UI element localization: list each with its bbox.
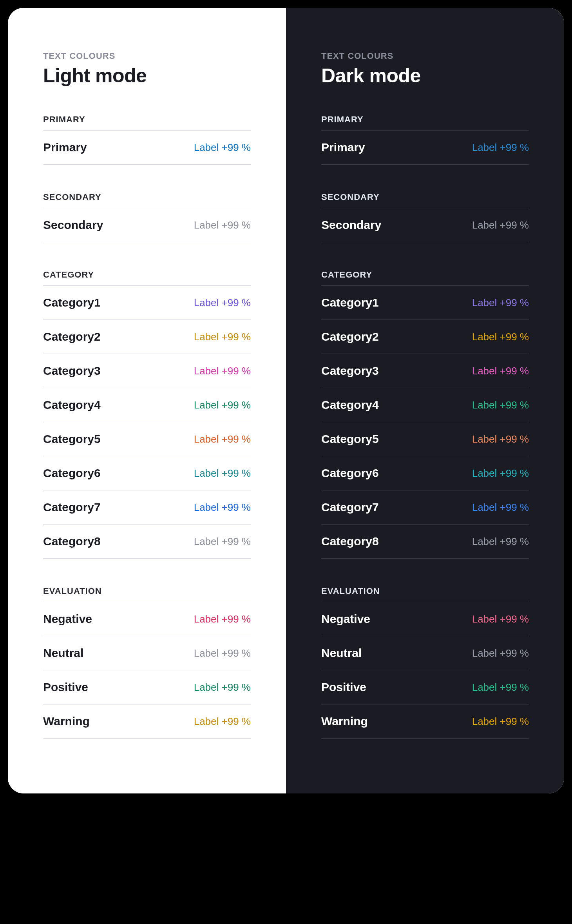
row-name: Negative (43, 612, 92, 626)
row-label: Label +99 % (472, 433, 529, 445)
row-label: Label +99 % (472, 142, 529, 154)
row-name: Primary (321, 141, 365, 154)
row-primary: Primary Label +99 % (321, 131, 529, 165)
light-mode-panel: TEXT COLOURS Light mode PRIMARY Primary … (8, 8, 286, 793)
row-name: Category8 (321, 535, 379, 548)
section-evaluation-dark: EVALUATION NegativeLabel +99 % NeutralLa… (321, 586, 529, 739)
section-title: PRIMARY (43, 114, 251, 131)
section-secondary-dark: SECONDARY Secondary Label +99 % (321, 192, 529, 242)
row-label: Label +99 % (194, 681, 251, 693)
row-label: Label +99 % (194, 433, 251, 445)
row-category4: Category4Label +99 % (43, 388, 251, 422)
row-secondary: Secondary Label +99 % (321, 208, 529, 242)
eyebrow-light: TEXT COLOURS (43, 51, 251, 61)
row-name: Warning (43, 715, 90, 728)
section-category-dark: CATEGORY Category1Label +99 % Category2L… (321, 270, 529, 559)
section-title: PRIMARY (321, 114, 529, 131)
row-category6: Category6Label +99 % (321, 456, 529, 490)
row-name: Category3 (43, 364, 101, 378)
eyebrow-dark: TEXT COLOURS (321, 51, 529, 61)
section-title: SECONDARY (321, 192, 529, 208)
row-label: Label +99 % (472, 715, 529, 728)
row-name: Category8 (43, 535, 101, 548)
row-name: Warning (321, 715, 368, 728)
row-name: Category6 (43, 467, 101, 480)
row-neutral: NeutralLabel +99 % (321, 636, 529, 670)
row-negative: NegativeLabel +99 % (43, 602, 251, 636)
row-category6: Category6Label +99 % (43, 456, 251, 490)
row-label: Label +99 % (472, 331, 529, 343)
row-label: Label +99 % (194, 613, 251, 625)
row-label: Label +99 % (472, 399, 529, 411)
row-category7: Category7Label +99 % (321, 490, 529, 525)
row-name: Category5 (43, 432, 101, 446)
section-secondary-light: SECONDARY Secondary Label +99 % (43, 192, 251, 242)
row-name: Category7 (43, 501, 101, 514)
row-label: Label +99 % (194, 399, 251, 411)
row-name: Category6 (321, 467, 379, 480)
row-category2: Category2Label +99 % (43, 320, 251, 354)
section-title: EVALUATION (321, 586, 529, 602)
row-name: Secondary (43, 218, 103, 232)
row-name: Category2 (43, 330, 101, 343)
row-label: Label +99 % (194, 331, 251, 343)
row-primary: Primary Label +99 % (43, 131, 251, 165)
row-secondary: Secondary Label +99 % (43, 208, 251, 242)
row-name: Neutral (321, 646, 362, 660)
row-name: Negative (321, 612, 370, 626)
title-dark: Dark mode (321, 64, 529, 87)
row-category8: Category8Label +99 % (321, 525, 529, 559)
row-name: Primary (43, 141, 87, 154)
row-label: Label +99 % (194, 297, 251, 309)
row-category1: Category1Label +99 % (43, 286, 251, 320)
row-label: Label +99 % (472, 647, 529, 659)
section-primary-light: PRIMARY Primary Label +99 % (43, 114, 251, 165)
section-primary-dark: PRIMARY Primary Label +99 % (321, 114, 529, 165)
row-label: Label +99 % (194, 536, 251, 548)
row-name: Positive (321, 681, 366, 694)
row-label: Label +99 % (472, 501, 529, 514)
row-label: Label +99 % (472, 365, 529, 377)
row-category5: Category5Label +99 % (43, 422, 251, 456)
row-label: Label +99 % (194, 715, 251, 728)
row-label: Label +99 % (472, 297, 529, 309)
dark-mode-panel: TEXT COLOURS Dark mode PRIMARY Primary L… (286, 8, 564, 793)
row-warning: WarningLabel +99 % (43, 704, 251, 739)
row-name: Neutral (43, 646, 83, 660)
row-label: Label +99 % (194, 142, 251, 154)
row-category7: Category7Label +99 % (43, 490, 251, 525)
row-warning: WarningLabel +99 % (321, 704, 529, 739)
section-evaluation-light: EVALUATION NegativeLabel +99 % NeutralLa… (43, 586, 251, 739)
section-title: CATEGORY (321, 270, 529, 286)
row-label: Label +99 % (194, 467, 251, 479)
row-label: Label +99 % (194, 219, 251, 231)
row-negative: NegativeLabel +99 % (321, 602, 529, 636)
row-category3: Category3Label +99 % (43, 354, 251, 388)
row-category4: Category4Label +99 % (321, 388, 529, 422)
section-title: SECONDARY (43, 192, 251, 208)
row-name: Secondary (321, 218, 381, 232)
row-name: Category4 (43, 398, 101, 412)
row-name: Category1 (43, 296, 101, 309)
row-name: Category4 (321, 398, 379, 412)
row-positive: PositiveLabel +99 % (43, 670, 251, 704)
row-positive: PositiveLabel +99 % (321, 670, 529, 704)
row-category1: Category1Label +99 % (321, 286, 529, 320)
row-category8: Category8Label +99 % (43, 525, 251, 559)
row-name: Category2 (321, 330, 379, 343)
row-name: Category3 (321, 364, 379, 378)
row-label: Label +99 % (472, 681, 529, 693)
row-category5: Category5Label +99 % (321, 422, 529, 456)
row-label: Label +99 % (472, 467, 529, 479)
section-title: CATEGORY (43, 270, 251, 286)
row-label: Label +99 % (194, 365, 251, 377)
row-label: Label +99 % (194, 647, 251, 659)
row-name: Positive (43, 681, 88, 694)
row-name: Category7 (321, 501, 379, 514)
row-label: Label +99 % (472, 613, 529, 625)
row-name: Category5 (321, 432, 379, 446)
row-category3: Category3Label +99 % (321, 354, 529, 388)
text-colours-frame: TEXT COLOURS Light mode PRIMARY Primary … (8, 8, 564, 793)
row-neutral: NeutralLabel +99 % (43, 636, 251, 670)
row-category2: Category2Label +99 % (321, 320, 529, 354)
